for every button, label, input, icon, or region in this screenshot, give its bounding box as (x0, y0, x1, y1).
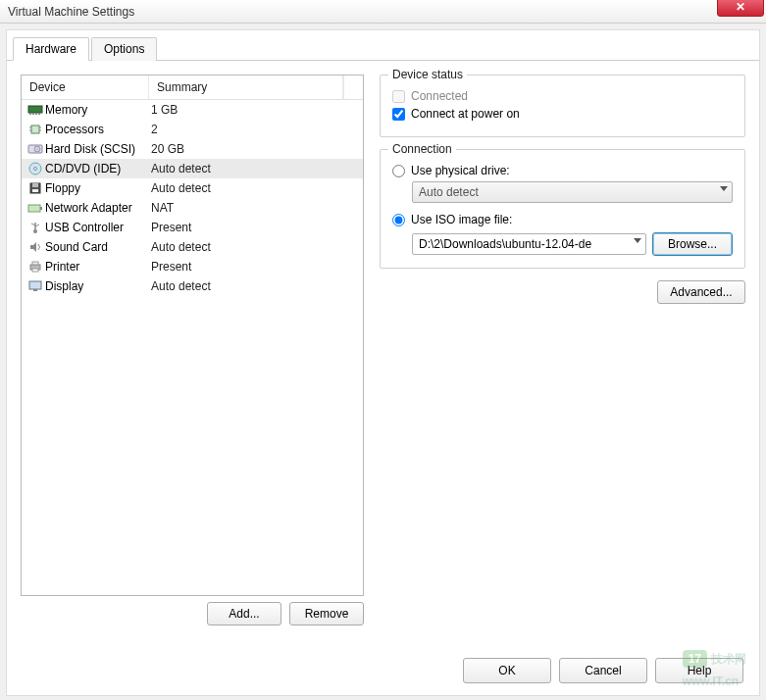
device-name: Display (45, 279, 151, 293)
svg-rect-5 (31, 125, 39, 133)
svg-rect-2 (32, 113, 34, 115)
close-icon: ✕ (736, 0, 745, 14)
svg-marker-23 (30, 242, 36, 252)
connected-checkbox (392, 90, 405, 103)
connected-label: Connected (411, 89, 468, 103)
device-name: Hard Disk (SCSI) (45, 142, 151, 156)
device-summary: Present (151, 260, 357, 274)
device-row[interactable]: USB ControllerPresent (22, 218, 363, 237)
svg-rect-25 (32, 262, 38, 265)
device-summary: Auto detect (151, 240, 357, 254)
svg-rect-27 (29, 281, 41, 289)
svg-rect-3 (35, 113, 37, 115)
device-summary: NAT (151, 201, 357, 215)
chevron-down-icon (634, 238, 641, 243)
device-row[interactable]: PrinterPresent (22, 257, 363, 276)
connection-legend: Connection (388, 142, 456, 156)
hdd-icon (27, 141, 43, 157)
svg-rect-17 (28, 205, 40, 212)
device-name: Printer (45, 260, 151, 274)
device-row[interactable]: CD/DVD (IDE)Auto detect (22, 159, 363, 178)
svg-rect-18 (40, 207, 42, 210)
device-status-legend: Device status (388, 68, 467, 81)
device-row[interactable]: DisplayAuto detect (22, 276, 363, 296)
dialog-body: Hardware Options Device Summary Memory1 … (6, 29, 760, 696)
chevron-down-icon (720, 186, 728, 191)
dialog-footer: OK Cancel Help (463, 658, 743, 683)
device-list[interactable]: Device Summary Memory1 GBProcessors2Hard… (21, 75, 364, 596)
ok-button[interactable]: OK (463, 658, 551, 683)
device-status-group: Device status Connected Connect at power… (380, 75, 745, 137)
svg-rect-16 (32, 189, 38, 192)
physical-drive-combo: Auto detect (412, 181, 733, 203)
device-summary: 2 (151, 123, 357, 136)
use-iso-label: Use ISO image file: (411, 213, 512, 226)
header-device[interactable]: Device (22, 75, 149, 99)
svg-rect-26 (32, 269, 38, 272)
device-row[interactable]: Processors2 (22, 120, 363, 139)
device-name: Sound Card (45, 240, 151, 254)
device-summary: 1 GB (151, 103, 357, 117)
device-summary: Auto detect (151, 162, 357, 175)
printer-icon (27, 259, 43, 275)
cancel-button[interactable]: Cancel (559, 658, 647, 683)
cd-icon (27, 161, 43, 176)
svg-rect-0 (28, 106, 42, 113)
device-name: Memory (45, 103, 151, 117)
sound-icon (27, 239, 43, 255)
device-row[interactable]: Memory1 GB (22, 100, 363, 120)
device-row[interactable]: Sound CardAuto detect (22, 237, 363, 257)
device-summary: Auto detect (151, 279, 357, 293)
tab-hardware[interactable]: Hardware (13, 37, 89, 61)
settings-pane: Device status Connected Connect at power… (380, 75, 745, 625)
use-iso-radio[interactable] (392, 214, 405, 226)
connect-at-power-on-checkbox[interactable] (392, 108, 405, 121)
svg-rect-15 (32, 183, 38, 187)
connection-group: Connection Use physical drive: Auto dete… (380, 149, 745, 269)
device-name: Processors (45, 123, 151, 136)
nic-icon (27, 200, 43, 216)
display-icon (27, 278, 43, 294)
svg-point-13 (34, 168, 37, 171)
svg-rect-1 (29, 113, 31, 115)
device-name: USB Controller (45, 221, 151, 234)
device-name: CD/DVD (IDE) (45, 162, 151, 175)
device-name: Floppy (45, 181, 151, 195)
header-summary[interactable]: Summary (149, 75, 343, 99)
device-summary: Auto detect (151, 181, 357, 195)
advanced-button[interactable]: Advanced... (657, 280, 745, 304)
close-button[interactable]: ✕ (717, 0, 764, 17)
device-list-header: Device Summary (22, 75, 363, 100)
connect-at-power-on-label: Connect at power on (411, 107, 520, 121)
help-button[interactable]: Help (655, 658, 743, 683)
device-summary: 20 GB (151, 142, 357, 156)
usb-icon (27, 220, 43, 235)
window-title: Virtual Machine Settings (8, 5, 134, 19)
device-row[interactable]: FloppyAuto detect (22, 178, 363, 198)
device-pane: Device Summary Memory1 GBProcessors2Hard… (21, 75, 364, 625)
device-summary: Present (151, 221, 357, 234)
floppy-icon (27, 180, 43, 196)
memory-icon (27, 102, 43, 118)
browse-button[interactable]: Browse... (652, 232, 733, 256)
add-button[interactable]: Add... (207, 602, 281, 625)
use-physical-label: Use physical drive: (411, 164, 510, 177)
titlebar: Virtual Machine Settings ✕ (0, 0, 766, 24)
device-row[interactable]: Hard Disk (SCSI)20 GB (22, 139, 363, 159)
device-row[interactable]: Network AdapterNAT (22, 198, 363, 218)
svg-rect-28 (33, 289, 37, 291)
svg-point-11 (34, 146, 40, 152)
svg-rect-4 (38, 113, 40, 115)
cpu-icon (27, 122, 43, 137)
device-name: Network Adapter (45, 201, 151, 215)
tab-bar: Hardware Options (7, 30, 759, 61)
remove-button[interactable]: Remove (289, 602, 364, 625)
iso-path-combo[interactable]: D:\2\Downloads\ubuntu-12.04-de (412, 233, 646, 255)
use-physical-radio[interactable] (392, 165, 405, 177)
tab-options[interactable]: Options (91, 37, 157, 61)
header-end (343, 75, 363, 99)
